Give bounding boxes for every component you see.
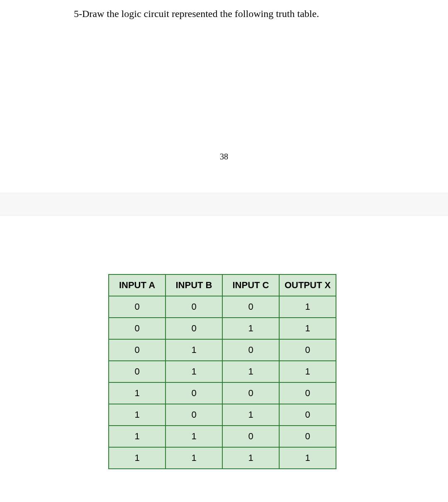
cell-x: 1 [279,361,336,382]
cell-c: 0 [222,296,279,318]
cell-c: 0 [222,426,279,447]
cell-a: 0 [109,296,166,318]
cell-x: 1 [279,296,336,318]
cell-b: 0 [166,404,222,426]
truth-table: INPUT A INPUT B INPUT C OUTPUT X 0 0 0 1… [108,274,336,469]
table-row: 1 0 1 0 [109,404,336,426]
table-row: 1 1 1 1 [109,447,336,469]
table-row: 0 1 1 1 [109,361,336,382]
table-row: 0 0 1 1 [109,318,336,339]
cell-b: 0 [166,318,222,339]
cell-c: 1 [222,318,279,339]
cell-x: 0 [279,382,336,404]
page-number: 38 [220,152,228,162]
cell-a: 1 [109,404,166,426]
header-input-c: INPUT C [222,274,279,296]
cell-x: 0 [279,426,336,447]
table-row: 1 0 0 0 [109,382,336,404]
cell-a: 0 [109,339,166,361]
cell-x: 1 [279,447,336,469]
cell-c: 1 [222,404,279,426]
cell-c: 0 [222,382,279,404]
cell-a: 0 [109,361,166,382]
table-header-row: INPUT A INPUT B INPUT C OUTPUT X [109,274,336,296]
cell-b: 1 [166,361,222,382]
cell-c: 1 [222,447,279,469]
cell-c: 1 [222,361,279,382]
cell-a: 1 [109,447,166,469]
cell-a: 0 [109,318,166,339]
header-output-x: OUTPUT X [279,274,336,296]
cell-b: 1 [166,339,222,361]
cell-x: 0 [279,339,336,361]
header-input-a: INPUT A [109,274,166,296]
table-row: 1 1 0 0 [109,426,336,447]
cell-b: 1 [166,426,222,447]
table-row: 0 1 0 0 [109,339,336,361]
question-text: 5-Draw the logic circuit represented the… [74,8,319,20]
cell-b: 0 [166,296,222,318]
header-input-b: INPUT B [166,274,222,296]
page-divider [0,193,448,216]
cell-x: 1 [279,318,336,339]
cell-a: 1 [109,382,166,404]
cell-a: 1 [109,426,166,447]
cell-b: 1 [166,447,222,469]
cell-c: 0 [222,339,279,361]
cell-x: 0 [279,404,336,426]
cell-b: 0 [166,382,222,404]
table-row: 0 0 0 1 [109,296,336,318]
